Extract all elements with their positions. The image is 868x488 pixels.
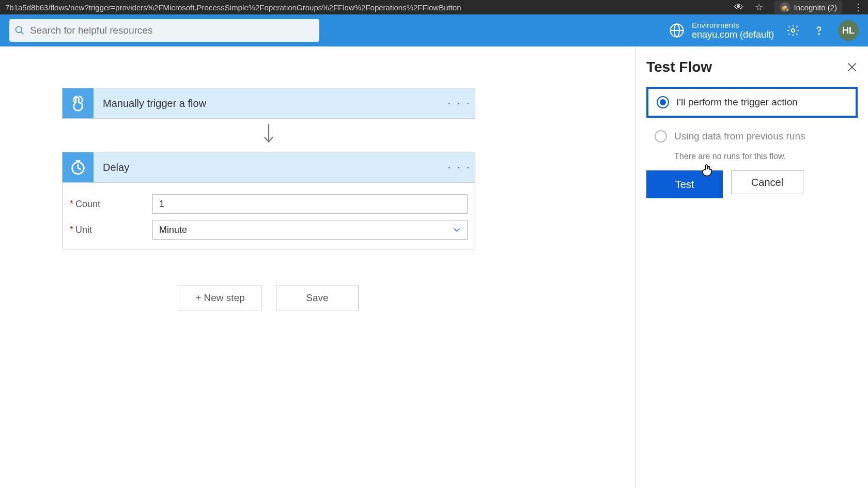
radio-perform-trigger[interactable]: I'll perform the trigger action: [646, 87, 858, 118]
browser-actions: 👁 ☆ 🕵 Incognito (2) ⋮: [734, 1, 863, 14]
radio-icon: [655, 130, 667, 143]
radio-icon: [657, 96, 669, 108]
panel-header: Test Flow: [646, 59, 858, 75]
help-icon[interactable]: [812, 24, 826, 37]
save-button[interactable]: Save: [276, 286, 359, 310]
unit-value[interactable]: [152, 220, 468, 240]
environment-label: Environments: [692, 21, 774, 29]
unit-select[interactable]: [152, 220, 468, 240]
svg-point-5: [792, 29, 795, 33]
avatar-initials: HL: [842, 25, 855, 36]
touch-icon: [69, 95, 87, 112]
eye-off-icon[interactable]: 👁: [734, 2, 743, 13]
incognito-label: Incognito (2): [794, 3, 837, 12]
browser-omnibar: 7b1a5d8b63/flows/new?trigger=providers%2…: [0, 0, 868, 14]
radio-previous-runs: Using data from previous runs: [646, 123, 858, 150]
radio-label: I'll perform the trigger action: [676, 97, 798, 108]
chevron-down-icon: [451, 224, 462, 235]
trigger-menu[interactable]: · · ·: [444, 88, 475, 118]
cancel-button[interactable]: Cancel: [731, 170, 803, 194]
search-wrap: [9, 19, 319, 42]
kebab-menu-icon[interactable]: ⋮: [854, 2, 863, 13]
trigger-icon: [63, 88, 94, 118]
count-input[interactable]: [152, 194, 468, 214]
main: Manually trigger a flow · · · Delay · · …: [0, 46, 868, 488]
unit-row: *Unit: [70, 220, 468, 240]
delay-title: Delay: [94, 152, 444, 182]
delay-menu[interactable]: · · ·: [444, 152, 475, 182]
incognito-badge[interactable]: 🕵 Incognito (2): [774, 1, 842, 14]
clock-icon: [69, 159, 87, 176]
connector-arrow: [62, 123, 475, 147]
delay-icon: [63, 152, 94, 182]
globe-icon: [669, 23, 685, 38]
test-button-highlight: Test: [646, 170, 723, 198]
svg-point-0: [16, 27, 22, 33]
trigger-title: Manually trigger a flow: [94, 88, 444, 118]
svg-point-6: [818, 34, 819, 35]
panel-actions: Test Cancel: [646, 170, 858, 198]
count-label: *Count: [70, 199, 152, 210]
canvas-actions: + New step Save: [62, 286, 475, 310]
browser-url: 7b1a5d8b63/flows/new?trigger=providers%2…: [5, 3, 461, 12]
search-input[interactable]: [9, 19, 319, 42]
svg-line-1: [21, 32, 24, 35]
new-step-button[interactable]: + New step: [179, 286, 261, 310]
delay-body: *Count *Unit: [62, 183, 475, 249]
close-icon[interactable]: [846, 61, 858, 73]
incognito-icon: 🕵: [780, 2, 790, 12]
no-runs-note: There are no runs for this flow.: [674, 152, 858, 161]
radio-label: Using data from previous runs: [674, 131, 805, 142]
test-flow-panel: Test Flow I'll perform the trigger actio…: [636, 46, 868, 488]
environment-picker[interactable]: Environments enayu.com (default): [669, 21, 774, 40]
delay-card: Delay · · · *Count *Unit: [62, 152, 475, 249]
search-icon: [14, 25, 25, 36]
header-right: Environments enayu.com (default) HL: [669, 20, 859, 41]
svg-line-10: [78, 168, 81, 169]
count-row: *Count: [70, 194, 468, 214]
delay-header[interactable]: Delay · · ·: [62, 152, 475, 183]
flow-column: Manually trigger a flow · · · Delay · · …: [62, 88, 475, 310]
gear-icon[interactable]: [786, 24, 800, 37]
app-header: Environments enayu.com (default) HL: [0, 14, 868, 46]
trigger-card[interactable]: Manually trigger a flow · · ·: [62, 88, 475, 119]
avatar[interactable]: HL: [838, 20, 859, 41]
star-icon[interactable]: ☆: [755, 2, 763, 13]
flow-canvas: Manually trigger a flow · · · Delay · · …: [0, 46, 636, 488]
panel-title: Test Flow: [646, 59, 712, 75]
environment-value: enayu.com (default): [692, 29, 774, 40]
unit-label: *Unit: [70, 225, 152, 235]
environment-text: Environments enayu.com (default): [692, 21, 774, 40]
test-button[interactable]: Test: [648, 172, 721, 196]
